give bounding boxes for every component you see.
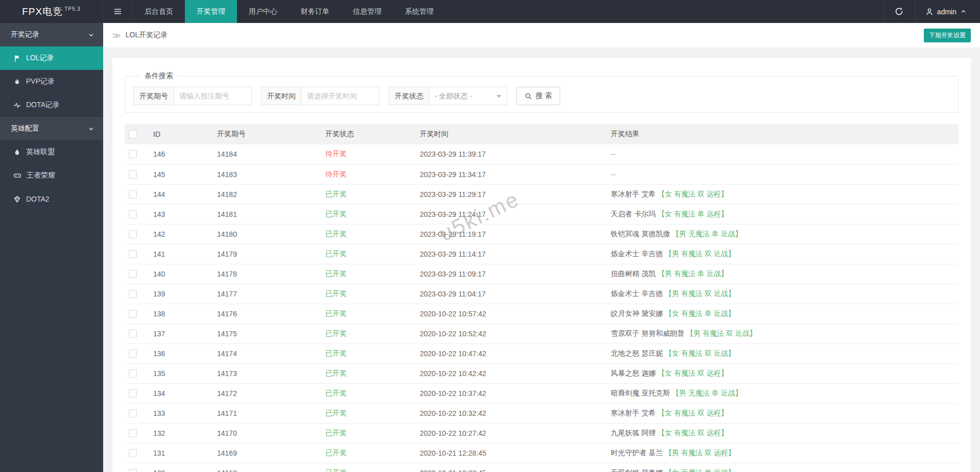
sidebar: 开奖记录LOL记录PVP记录DOTA记录英雄配置英雄联盟王者荣耀DOTA2: [0, 23, 103, 472]
row-checkbox[interactable]: [129, 230, 137, 238]
result-attributes: 【女 有魔法 单 远程】: [658, 210, 728, 218]
table-row: 14414182已开奖2023-03-29 11:29:17寒冰射手 艾希 【女…: [125, 184, 959, 204]
row-result-cell: 天启者 卡尔玛 【女 有魔法 单 远程】: [607, 204, 959, 224]
row-checkbox-cell: [125, 403, 149, 423]
row-status-cell: 已开奖: [321, 224, 416, 244]
row-status-cell: 已开奖: [321, 423, 416, 443]
row-checkbox[interactable]: [129, 389, 137, 398]
row-checkbox-cell: [125, 224, 149, 244]
row-issue-cell: 14175: [213, 324, 321, 343]
next-draw-settings-button[interactable]: 下期开奖设置: [924, 29, 971, 42]
draw-time-input[interactable]: [302, 87, 379, 105]
issue-number-input[interactable]: [174, 87, 252, 105]
search-button[interactable]: 搜 索: [516, 87, 560, 105]
menu-toggle-button[interactable]: [103, 0, 133, 23]
row-result-cell: 暗裔剑魔 亚托克斯 【男 无魔法 单 近战】: [607, 383, 959, 403]
row-status-cell: 已开奖: [321, 184, 416, 204]
row-time-cell: 2020-10-22 10:42:42: [416, 363, 607, 383]
row-checkbox-cell: [125, 443, 149, 463]
row-id-cell: 131: [149, 443, 213, 463]
row-time-cell: 2020-10-21 12:28:45: [416, 443, 607, 463]
sidebar-item-英雄联盟[interactable]: 英雄联盟: [0, 140, 103, 164]
row-id-cell: 145: [149, 164, 213, 184]
sidebar-group-2[interactable]: 英雄配置: [0, 117, 103, 140]
row-result-cell: 无双剑姬 菲奥娜 【女 无魔法 单 近战】: [607, 463, 959, 472]
result-attributes: 【女 有魔法 双 远程】: [658, 369, 728, 377]
row-checkbox[interactable]: [129, 369, 137, 378]
row-checkbox-cell: [125, 284, 149, 304]
select-all-checkbox[interactable]: [129, 130, 137, 138]
nav-item-3[interactable]: 用户中心: [237, 0, 289, 23]
row-issue-cell: 14170: [213, 423, 321, 443]
search-fields: 开奖期号开奖时间开奖状态- 全部状态 -: [133, 87, 516, 105]
sidebar-item-LOL记录[interactable]: LOL记录: [0, 46, 103, 70]
row-checkbox-cell: [125, 264, 149, 284]
column-header-开奖期号: 开奖期号: [213, 124, 321, 144]
row-checkbox-cell: [125, 184, 149, 204]
row-issue-cell: 14183: [213, 164, 321, 184]
refresh-icon: [895, 7, 903, 16]
refresh-button[interactable]: [883, 0, 915, 23]
row-checkbox-cell: [125, 144, 149, 164]
person-icon: [925, 8, 934, 16]
breadcrumb: ≫ LOL开奖记录 下期开奖设置: [103, 23, 980, 47]
row-id-cell: 133: [149, 403, 213, 423]
row-checkbox[interactable]: [129, 449, 137, 457]
nav-item-2[interactable]: 开奖管理: [185, 0, 237, 23]
row-id-cell: 142: [149, 224, 213, 244]
result-attributes: 【女 有魔法 双 远程】: [658, 190, 728, 198]
row-result-cell: 北地之怒 瑟庄妮 【女 有魔法 双 近战】: [607, 343, 959, 363]
row-issue-cell: 14180: [213, 224, 321, 244]
brand-logo: FPX电竞 TP5.3: [0, 0, 103, 23]
row-status-cell: 已开奖: [321, 284, 416, 304]
row-status-cell: 已开奖: [321, 324, 416, 343]
row-checkbox[interactable]: [129, 210, 137, 218]
nav-item-5[interactable]: 信息管理: [341, 0, 393, 23]
result-hero: 雪原双子 努努和威朗普: [611, 329, 686, 337]
sidebar-item-label: DOTA2: [26, 195, 50, 203]
nav-item-4[interactable]: 财务订单: [289, 0, 341, 23]
row-time-cell: 2023-03-29 11:39:17: [416, 144, 607, 164]
column-header-开奖结果: 开奖结果: [607, 124, 959, 144]
row-issue-cell: 14176: [213, 304, 321, 324]
row-checkbox-cell: [125, 244, 149, 264]
row-checkbox[interactable]: [129, 429, 137, 437]
user-menu[interactable]: admin: [915, 0, 980, 23]
row-status-cell: 已开奖: [321, 204, 416, 224]
row-result-cell: 雪原双子 努努和威朗普 【男 有魔法 双 近战】: [607, 324, 959, 343]
nav-item-1[interactable]: 后台首页: [133, 0, 185, 23]
row-checkbox[interactable]: [129, 250, 137, 258]
row-checkbox[interactable]: [129, 350, 137, 358]
sidebar-item-王者荣耀[interactable]: 王者荣耀: [0, 164, 103, 187]
nav-item-6[interactable]: 系统管理: [393, 0, 445, 23]
result-attributes: 【女 有魔法 双 近战】: [665, 349, 735, 357]
result-hero: 寒冰射手 艾希: [611, 190, 658, 198]
status-select[interactable]: - 全部状态 -: [429, 87, 507, 105]
row-checkbox[interactable]: [129, 409, 137, 417]
chevron-down-icon: [88, 126, 94, 132]
table-row: 13814176已开奖2020-10-22 10:57:42皎月女神 黛安娜 【…: [125, 304, 959, 324]
row-checkbox[interactable]: [129, 310, 137, 318]
brand-version: TP5.3: [64, 6, 81, 12]
row-checkbox[interactable]: [129, 190, 137, 198]
table-row: 13414172已开奖2020-10-22 10:37:42暗裔剑魔 亚托克斯 …: [125, 383, 959, 403]
row-checkbox[interactable]: [129, 170, 137, 179]
sidebar-item-DOTA记录[interactable]: DOTA记录: [0, 93, 103, 117]
brand-name: FPX电竞: [22, 5, 63, 18]
search-panel: 条件搜索 开奖期号开奖时间开奖状态- 全部状态 - 搜 索: [125, 71, 959, 113]
row-checkbox[interactable]: [129, 270, 137, 278]
row-id-cell: 139: [149, 284, 213, 304]
row-checkbox[interactable]: [129, 330, 137, 338]
row-time-cell: 2023-03-29 11:29:17: [416, 184, 607, 204]
chevron-up-icon: [960, 8, 967, 15]
sidebar-item-DOTA2[interactable]: DOTA2: [0, 187, 103, 211]
result-hero: 风暴之怒 迦娜: [611, 369, 658, 377]
row-checkbox-cell: [125, 383, 149, 403]
row-checkbox[interactable]: [129, 290, 137, 298]
column-header-开奖状态: 开奖状态: [321, 124, 416, 144]
row-checkbox[interactable]: [129, 150, 137, 158]
sidebar-item-PVP记录[interactable]: PVP记录: [0, 70, 103, 93]
sidebar-group-1[interactable]: 开奖记录: [0, 23, 103, 46]
row-checkbox[interactable]: [129, 469, 137, 472]
row-status-cell: 已开奖: [321, 244, 416, 264]
